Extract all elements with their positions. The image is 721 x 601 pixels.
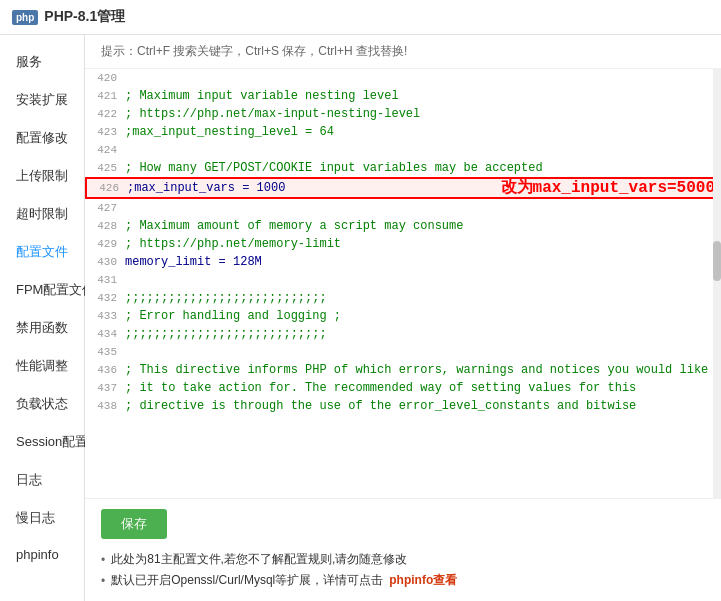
sidebar-item-配置修改[interactable]: 配置修改 — [0, 119, 84, 157]
line-number: 425 — [89, 159, 125, 177]
line-content: ;;;;;;;;;;;;;;;;;;;;;;;;;;;; — [125, 325, 717, 343]
line-number: 428 — [89, 217, 125, 235]
line-content: ;;;;;;;;;;;;;;;;;;;;;;;;;;;; — [125, 289, 717, 307]
code-line-428: 428; Maximum amount of memory a script m… — [85, 217, 721, 235]
scrollbar-track — [713, 69, 721, 498]
sidebar-item-安装扩展[interactable]: 安装扩展 — [0, 81, 84, 119]
line-content: memory_limit = 128M — [125, 253, 717, 271]
line-number: 424 — [89, 141, 125, 159]
sidebar-item-性能调整[interactable]: 性能调整 — [0, 347, 84, 385]
note-item-1: 默认已开启Openssl/Curl/Mysql等扩展，详情可点击phpinfo查… — [101, 570, 705, 591]
sidebar-item-日志[interactable]: 日志 — [0, 461, 84, 499]
sidebar-item-Session配置[interactable]: Session配置 — [0, 423, 84, 461]
sidebar-item-phpinfo[interactable]: phpinfo — [0, 537, 84, 572]
code-line-426: 426;max_input_vars = 1000改为max_input_var… — [85, 177, 721, 199]
line-content: ; https://php.net/memory-limit — [125, 235, 717, 253]
line-number: 437 — [89, 379, 125, 397]
code-line-427: 427 — [85, 199, 721, 217]
notes: 此处为81主配置文件,若您不了解配置规则,请勿随意修改默认已开启Openssl/… — [101, 549, 705, 591]
code-line-432: 432;;;;;;;;;;;;;;;;;;;;;;;;;;;; — [85, 289, 721, 307]
line-number: 435 — [89, 343, 125, 361]
code-line-435: 435 — [85, 343, 721, 361]
line-content: ; How many GET/POST/COOKIE input variabl… — [125, 159, 717, 177]
editor-wrapper: 420421; Maximum input variable nesting l… — [85, 69, 721, 498]
line-content: ; https://php.net/max-input-nesting-leve… — [125, 105, 717, 123]
code-line-436: 436; This directive informs PHP of which… — [85, 361, 721, 379]
sidebar: 服务安装扩展配置修改上传限制超时限制配置文件FPM配置文件禁用函数性能调整负载状… — [0, 35, 85, 601]
annotation-text: 改为max_input_vars=5000 — [501, 179, 715, 197]
code-line-420: 420 — [85, 69, 721, 87]
sidebar-item-超时限制[interactable]: 超时限制 — [0, 195, 84, 233]
code-line-425: 425; How many GET/POST/COOKIE input vari… — [85, 159, 721, 177]
line-content: ;max_input_vars = 1000 — [127, 179, 493, 197]
line-number: 432 — [89, 289, 125, 307]
line-number: 427 — [89, 199, 125, 217]
line-number: 423 — [89, 123, 125, 141]
line-number: 420 — [89, 69, 125, 87]
line-number: 438 — [89, 397, 125, 415]
line-content: ; Maximum input variable nesting level — [125, 87, 717, 105]
hint-bar: 提示：Ctrl+F 搜索关键字，Ctrl+S 保存，Ctrl+H 查找替换! — [85, 35, 721, 69]
sidebar-item-慢日志[interactable]: 慢日志 — [0, 499, 84, 537]
line-content: ; This directive informs PHP of which er… — [125, 361, 717, 379]
line-content: ; it to take action for. The recommended… — [125, 379, 717, 397]
line-number: 421 — [89, 87, 125, 105]
code-line-438: 438; directive is through the use of the… — [85, 397, 721, 415]
php-badge: php — [12, 10, 38, 25]
line-content: ;max_input_nesting_level = 64 — [125, 123, 717, 141]
line-content: ; Error handling and logging ; — [125, 307, 717, 325]
title-bar: php PHP-8.1管理 — [0, 0, 721, 35]
line-number: 429 — [89, 235, 125, 253]
scrollbar-thumb[interactable] — [713, 241, 721, 281]
sidebar-item-负载状态[interactable]: 负载状态 — [0, 385, 84, 423]
line-number: 431 — [89, 271, 125, 289]
save-button[interactable]: 保存 — [101, 509, 167, 539]
content-area: 提示：Ctrl+F 搜索关键字，Ctrl+S 保存，Ctrl+H 查找替换! 4… — [85, 35, 721, 601]
line-number: 430 — [89, 253, 125, 271]
code-editor[interactable]: 420421; Maximum input variable nesting l… — [85, 69, 721, 498]
code-line-431: 431 — [85, 271, 721, 289]
code-line-422: 422; https://php.net/max-input-nesting-l… — [85, 105, 721, 123]
note-item-0: 此处为81主配置文件,若您不了解配置规则,请勿随意修改 — [101, 549, 705, 570]
sidebar-item-上传限制[interactable]: 上传限制 — [0, 157, 84, 195]
code-line-433: 433; Error handling and logging ; — [85, 307, 721, 325]
code-line-424: 424 — [85, 141, 721, 159]
line-content: ; directive is through the use of the er… — [125, 397, 717, 415]
code-line-421: 421; Maximum input variable nesting leve… — [85, 87, 721, 105]
line-content: ; Maximum amount of memory a script may … — [125, 217, 717, 235]
line-number: 436 — [89, 361, 125, 379]
code-line-429: 429; https://php.net/memory-limit — [85, 235, 721, 253]
bottom-bar: 保存 此处为81主配置文件,若您不了解配置规则,请勿随意修改默认已开启Opens… — [85, 498, 721, 601]
phpinfo-link[interactable]: phpinfo查看 — [389, 572, 457, 589]
sidebar-item-配置文件[interactable]: 配置文件 — [0, 233, 84, 271]
code-line-437: 437; it to take action for. The recommen… — [85, 379, 721, 397]
code-line-434: 434;;;;;;;;;;;;;;;;;;;;;;;;;;;; — [85, 325, 721, 343]
sidebar-item-禁用函数[interactable]: 禁用函数 — [0, 309, 84, 347]
sidebar-item-服务[interactable]: 服务 — [0, 43, 84, 81]
line-number: 426 — [91, 179, 127, 197]
line-number: 434 — [89, 325, 125, 343]
code-line-430: 430memory_limit = 128M — [85, 253, 721, 271]
code-line-423: 423;max_input_nesting_level = 64 — [85, 123, 721, 141]
line-number: 422 — [89, 105, 125, 123]
app-title: PHP-8.1管理 — [44, 8, 125, 26]
line-number: 433 — [89, 307, 125, 325]
sidebar-item-FPM配置文件[interactable]: FPM配置文件 — [0, 271, 84, 309]
